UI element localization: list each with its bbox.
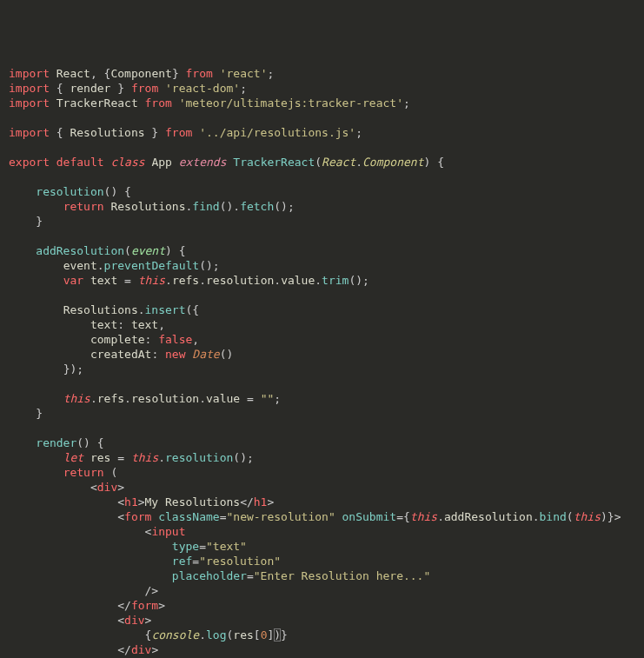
prop: createdAt <box>90 348 151 361</box>
code-line: ref="resolution" <box>9 555 281 568</box>
code-line: } <box>9 407 43 420</box>
method: addResolution <box>36 244 124 257</box>
jsx-attr: type <box>172 540 199 553</box>
ident: res <box>233 628 253 641</box>
code-line: var text = this.refs.resolution.value.tr… <box>9 274 369 287</box>
jsx-tag: div <box>131 643 151 656</box>
string: "new-resolution" <box>226 510 335 523</box>
code-line: {console.log(res[0])} <box>9 628 288 641</box>
method: bind <box>540 510 567 523</box>
keyword-from: from <box>186 67 213 80</box>
keyword-this: this <box>131 451 158 464</box>
jsx-attr: placeholder <box>172 569 247 582</box>
code-line: /> <box>9 584 158 597</box>
classname: App <box>151 156 171 169</box>
code-line: <form className="new-resolution" onSubmi… <box>9 510 621 523</box>
string: '../api/resolutions.js' <box>199 126 355 139</box>
code-line: import TrackerReact from 'meteor/ultimat… <box>9 96 410 110</box>
ident: resolution <box>131 392 199 405</box>
code-line: let res = this.resolution(); <box>9 451 254 464</box>
ident: TrackerReact <box>233 156 315 169</box>
jsx-tag: div <box>124 614 144 627</box>
ident: value <box>206 392 240 405</box>
ident: refs <box>97 392 124 405</box>
code-line: import { Resolutions } from '../api/reso… <box>9 126 362 139</box>
jsx-tag: h1 <box>254 495 268 508</box>
code-line: addResolution(event) { <box>9 244 186 257</box>
keyword-extends: extends <box>179 156 227 169</box>
ident: TrackerReact <box>56 96 138 110</box>
code-line: return ( <box>9 466 117 479</box>
method: find <box>192 200 219 213</box>
ident: resolution <box>206 274 274 287</box>
text: My Resolutions <box>145 495 241 508</box>
keyword-var: var <box>63 274 83 287</box>
jsx-tag: form <box>124 510 151 523</box>
jsx-tag: h1 <box>124 495 138 508</box>
bool: false <box>158 333 192 346</box>
string: "resolution" <box>199 555 281 568</box>
jsx-attr: onSubmit <box>342 510 397 523</box>
string: "Enter Resolution here..." <box>254 569 431 582</box>
ident: React <box>56 67 90 80</box>
code-line: createdAt: new Date() <box>9 348 233 361</box>
code-line: Resolutions.insert({ <box>9 303 199 316</box>
method: fetch <box>240 200 274 213</box>
ident: Resolutions <box>63 303 138 316</box>
keyword-from: from <box>145 96 172 110</box>
keyword-from: from <box>131 82 158 95</box>
keyword-from: from <box>165 126 192 139</box>
code-line: <h1>My Resolutions</h1> <box>9 495 274 508</box>
string: 'react' <box>220 67 268 80</box>
keyword-default: default <box>56 156 104 169</box>
keyword-this: this <box>138 274 165 287</box>
method: insert <box>145 303 186 316</box>
prop: text <box>90 318 117 331</box>
code-editor-content[interactable]: import React, {Component} from 'react'; … <box>9 66 635 658</box>
jsx-tag: div <box>97 481 117 494</box>
ident: event <box>63 259 97 272</box>
method: trim <box>322 274 349 287</box>
ident: value <box>281 274 315 287</box>
code-line: <div> <box>9 614 151 627</box>
keyword-let: let <box>63 451 83 464</box>
code-line: type="text" <box>9 540 247 553</box>
string: 'react-dom' <box>165 82 240 95</box>
keyword-this: this <box>574 510 601 523</box>
ident: Date <box>192 348 219 361</box>
keyword-class: class <box>110 156 144 169</box>
jsx-attr: ref <box>172 555 192 568</box>
punct: /> <box>145 584 159 597</box>
ident: Component <box>110 67 171 80</box>
prop: complete <box>90 333 145 346</box>
code-line: }); <box>9 362 83 376</box>
method: resolution <box>36 185 103 198</box>
ident: res <box>90 451 110 464</box>
code-line: resolution() { <box>9 185 131 198</box>
code-line: import React, {Component} from 'react'; <box>9 67 274 80</box>
ident: refs <box>172 274 199 287</box>
string: "" <box>261 392 275 405</box>
code-line: <input <box>9 525 186 538</box>
ident: console <box>151 628 199 641</box>
code-line: event.preventDefault(); <box>9 259 220 272</box>
code-line: </div> <box>9 643 158 656</box>
keyword-return: return <box>63 466 104 479</box>
method: render <box>36 436 76 449</box>
method: resolution <box>165 451 233 464</box>
code-line: export default class App extends Tracker… <box>9 156 444 169</box>
keyword-this: this <box>63 392 90 405</box>
code-line: return Resolutions.find().fetch(); <box>9 200 295 213</box>
param: event <box>131 244 165 257</box>
ident: addResolution <box>444 510 533 523</box>
ident: Resolutions <box>70 126 144 139</box>
keyword-export: export <box>9 156 50 169</box>
ident: React <box>322 156 355 169</box>
code-line: </form> <box>9 599 165 612</box>
ident: text <box>90 274 117 287</box>
ident: Resolutions <box>110 200 185 213</box>
code-line: this.refs.resolution.value = ""; <box>9 392 281 405</box>
string: "text" <box>206 540 247 553</box>
method: log <box>206 628 226 641</box>
code-line: import { render } from 'react-dom'; <box>9 82 247 95</box>
